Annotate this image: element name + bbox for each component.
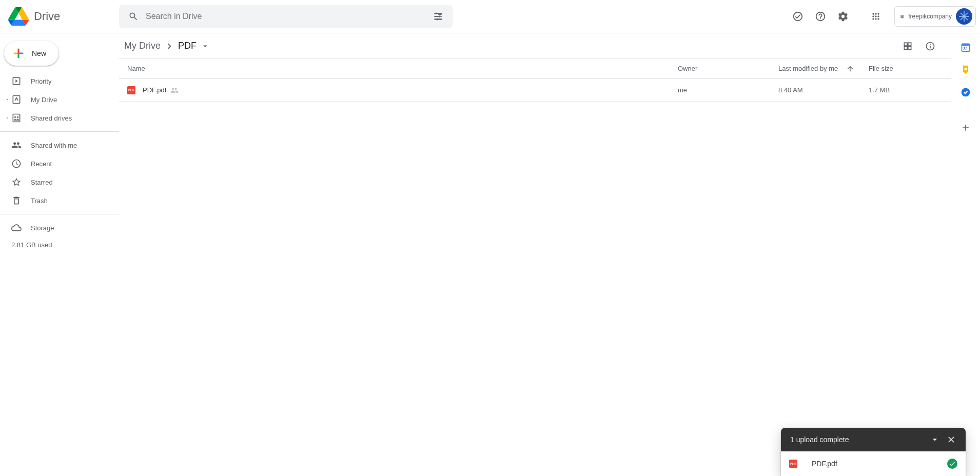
sidebar-item-label: Recent [31, 160, 52, 168]
search-options-icon[interactable] [428, 6, 448, 27]
new-button[interactable]: New [4, 41, 58, 66]
drive-title: Drive [34, 10, 60, 23]
sidebar: New Priority My Drive Shared drives Shar… [0, 34, 119, 476]
keep-icon[interactable] [961, 65, 971, 75]
chevron-down-icon[interactable] [201, 42, 210, 51]
sort-up-icon [846, 65, 854, 73]
sidebar-item-sharedwithme[interactable]: Shared with me [0, 136, 119, 154]
search-icon[interactable] [123, 6, 144, 27]
column-headers: Name Owner Last modified by me File size [119, 58, 951, 79]
sidebar-item-label: Shared with me [31, 142, 77, 149]
svg-rect-0 [436, 13, 437, 14]
upload-toast: 1 upload complete PDF PDF.pdf [781, 428, 966, 476]
org-chip[interactable]: ❄ freepikcompany [894, 6, 976, 27]
plus-icon [11, 46, 26, 61]
search-box[interactable] [119, 5, 453, 28]
search-input[interactable] [144, 12, 428, 21]
svg-text:31: 31 [963, 46, 968, 51]
sidebar-item-storage[interactable]: Storage [0, 219, 119, 237]
shareddrives-icon [11, 113, 22, 123]
side-panel: 31 [951, 34, 980, 476]
chevron-right-icon [164, 41, 175, 52]
apps-icon[interactable] [866, 6, 886, 27]
column-size[interactable]: File size [869, 65, 951, 72]
svg-rect-2 [437, 18, 438, 20]
pdf-icon: PDF [127, 86, 135, 94]
sidebar-item-shareddrives[interactable]: Shared drives [0, 109, 119, 127]
sidebar-item-label: Starred [31, 179, 53, 186]
priority-icon [11, 76, 22, 86]
people-icon [11, 140, 22, 150]
sidebar-item-label: Shared drives [31, 114, 72, 122]
grid-view-icon[interactable] [897, 36, 918, 56]
column-owner[interactable]: Owner [678, 65, 778, 72]
new-button-label: New [32, 49, 46, 57]
settings-icon[interactable] [833, 6, 853, 27]
toast-file-name: PDF.pdf [812, 460, 837, 468]
add-addon-icon[interactable] [961, 123, 971, 133]
toast-close-button[interactable] [943, 431, 959, 448]
clock-icon [11, 158, 22, 169]
org-label: freepikcompany [908, 13, 952, 20]
expand-icon[interactable] [4, 97, 10, 102]
sidebar-item-recent[interactable]: Recent [0, 154, 119, 173]
file-size: 1.7 MB [869, 86, 951, 94]
sidebar-item-mydrive[interactable]: My Drive [0, 90, 119, 109]
details-icon[interactable] [920, 36, 940, 56]
shared-icon [170, 86, 179, 94]
toast-title: 1 upload complete [790, 435, 849, 444]
sidebar-item-label: Trash [31, 197, 48, 205]
column-name[interactable]: Name [127, 65, 678, 72]
sidebar-item-label: Storage [31, 224, 54, 232]
file-name: PDF.pdf [143, 86, 166, 94]
toast-collapse-button[interactable] [927, 431, 943, 448]
expand-icon[interactable] [4, 115, 10, 121]
trash-icon [11, 195, 22, 206]
file-modified: 8:40 AM [778, 86, 869, 94]
storage-used: 2.81 GB used [0, 237, 119, 249]
cloud-icon [11, 223, 22, 233]
mydrive-icon [11, 94, 22, 105]
sidebar-item-starred[interactable]: Starred [0, 173, 119, 191]
upload-success-icon [947, 459, 957, 469]
star-icon [11, 177, 22, 187]
svg-rect-1 [439, 15, 440, 17]
pdf-icon: PDF [789, 460, 797, 468]
svg-point-10 [965, 68, 967, 70]
support-icon[interactable] [810, 6, 831, 27]
toast-file-row[interactable]: PDF PDF.pdf [781, 451, 966, 476]
drive-logo[interactable]: Drive [8, 6, 119, 27]
calendar-icon[interactable]: 31 [961, 42, 971, 52]
file-row[interactable]: PDF PDF.pdf me 8:40 AM 1.7 MB [119, 79, 951, 102]
svg-rect-8 [962, 44, 970, 46]
column-modified[interactable]: Last modified by me [778, 65, 869, 73]
account-avatar[interactable] [956, 8, 972, 25]
sidebar-item-label: Priority [31, 77, 51, 85]
breadcrumb-root[interactable]: My Drive [121, 38, 164, 53]
sidebar-item-label: My Drive [31, 96, 57, 104]
breadcrumb-current[interactable]: PDF [175, 38, 200, 53]
ready-offline-icon[interactable] [788, 6, 808, 27]
tasks-icon[interactable] [961, 87, 971, 97]
sidebar-item-priority[interactable]: Priority [0, 72, 119, 90]
sidebar-item-trash[interactable]: Trash [0, 191, 119, 210]
file-owner: me [678, 86, 778, 94]
drive-logo-icon [8, 6, 29, 27]
org-logo-icon: ❄ [900, 14, 904, 19]
